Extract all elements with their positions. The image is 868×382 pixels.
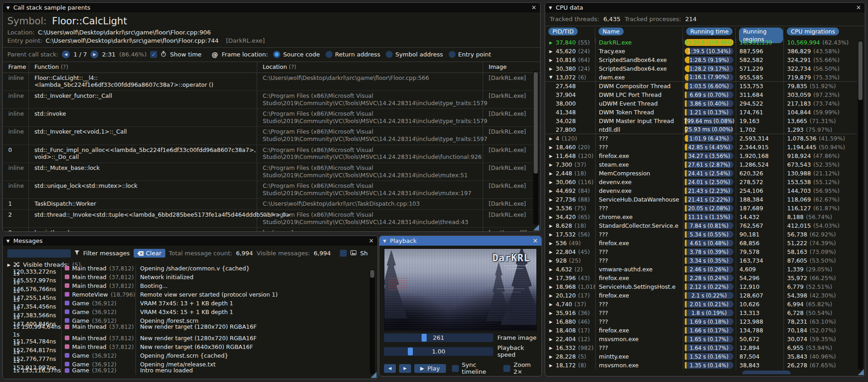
close-icon[interactable]: ✕	[856, 4, 861, 11]
filter-input[interactable]	[7, 249, 71, 258]
collapse-icon[interactable]: ▼	[6, 239, 10, 243]
resize-grip[interactable]	[858, 369, 864, 375]
sync-timeline-label[interactable]: Sync timeline	[462, 361, 496, 375]
callstack-scrollbar[interactable]	[533, 71, 538, 225]
callstack-table-row[interactable]: 3 beginthreadex [unknown] [ucrtbase.dll]	[3, 228, 540, 231]
cpu-table-row[interactable]: ▶ 20,120 (17) firefox.exe 2.1 s (0.22%) …	[546, 291, 857, 300]
expander-icon[interactable]: ▶	[549, 206, 553, 211]
expander-icon[interactable]: ▶	[549, 224, 553, 228]
expander-icon[interactable]: ▶	[549, 171, 553, 176]
cpu-table-row[interactable]: ▶ 4 (120) ??? 1:01.9 (6.43%) 2,593,314 1…	[546, 134, 857, 143]
message-row[interactable]: 1s 147,354,456ns Game (36,912) VRAM 37x4…	[7, 296, 366, 305]
expander-icon[interactable]: ▶	[549, 363, 553, 368]
expander-icon[interactable]: ▶	[549, 215, 553, 219]
expander-icon[interactable]: ▶	[549, 180, 553, 185]
column-cpu-migrations[interactable]: CPU migrations	[787, 28, 839, 35]
expander-icon[interactable]: ▶	[549, 67, 553, 71]
close-icon[interactable]: ✕	[369, 237, 374, 244]
cpu-table-row[interactable]: ▶ 35,916 (36) ??? 1.8 s (0.19%) 13,313 6…	[546, 309, 857, 317]
scrollbar-thumb[interactable]	[534, 72, 538, 174]
close-icon[interactable]: ✕	[531, 4, 536, 11]
collapse-icon[interactable]: ▼	[549, 6, 552, 10]
show-time-label[interactable]: Show time	[170, 51, 202, 58]
callstack-table-row[interactable]: inline std::invoke C:\Program Files (x86…	[3, 109, 540, 127]
sync-timeline-checkbox[interactable]	[452, 365, 459, 372]
cpu-table-row[interactable]: ▶ 16,332 (982) ??? 1.64 s (0.17%) 12,894…	[546, 343, 857, 352]
resize-grip[interactable]	[533, 225, 539, 230]
cpu-table-row[interactable]: ▶ 28,228 (5) mintty.exe 1.52 s (0.16%) 8…	[546, 352, 857, 361]
expander-icon[interactable]: ▶	[549, 293, 553, 298]
frame-image[interactable]: DarKRL	[384, 248, 537, 331]
cpu-table-row[interactable]: ▶ 37,840 (55) DarkRL.exe 33:30.8 (208.96…	[546, 38, 857, 47]
expander-icon[interactable]: ▶	[549, 285, 553, 289]
radio-symbol-address[interactable]: Symbol address	[386, 51, 443, 58]
expander-icon[interactable]: ▶	[549, 136, 553, 141]
frame-images-checkbox[interactable]	[340, 250, 347, 257]
resize-grip[interactable]	[371, 372, 377, 378]
entry-point-value[interactable]: C:\Users\wolf\Desktop\darkrl\src\game\fl…	[45, 37, 219, 44]
expander-icon[interactable]: ▶	[549, 302, 553, 307]
messages-scrollbar[interactable]	[370, 269, 375, 374]
cpu-table-row[interactable]: ▶ 22,404 (12) msvsmon.exe 1.65 s (0.17%)…	[546, 335, 857, 343]
expander-icon[interactable]: ▶	[549, 267, 553, 272]
callstack-table-row[interactable]: inline Floor::CalcLight::__l4::<lambda_5…	[3, 73, 540, 91]
expander-icon[interactable]: ▼	[549, 75, 553, 79]
step-forward-button[interactable]: ▶	[399, 364, 411, 373]
cpu-table-row[interactable]: ▶ 34,028 DWM Master Input Thread 799.64 …	[546, 117, 857, 125]
callstack-table-row[interactable]: 1 TaskDispatch::Worker C:\Users\wolf\Des…	[3, 199, 540, 210]
message-row[interactable]: 1s 152,764,817ns Main thread (37,812) Ne…	[7, 340, 366, 348]
expander-icon[interactable]: ▶	[549, 40, 553, 45]
callstack-table-row[interactable]: 0 std::_Func_impl_no_alloc<<lambda_5bc22…	[3, 145, 540, 163]
cpu-table-row[interactable]: ▶ 4,632 (2) vmware-authd.exe 2.46 s (0.2…	[546, 265, 857, 274]
collapse-icon[interactable]: ▼	[6, 6, 10, 10]
cpu-table-row[interactable]: ▶ 18,408 (17) firefox.exe 1.66 s (0.17%)…	[546, 326, 857, 335]
cpu-table-row[interactable]: ▶ 38,000 uDWM Event Thread 3.86 s (0.40%…	[546, 99, 857, 108]
prev-frame-button[interactable]: ◀	[62, 51, 70, 58]
message-row[interactable]: 1s 145,557,997ns Main thread (37,812) Ne…	[7, 270, 366, 279]
expander-icon[interactable]: ▶	[549, 163, 553, 167]
play-button[interactable]: ▶ Play	[414, 364, 446, 373]
expander-icon[interactable]: ▶	[549, 145, 553, 150]
frame-image-slider[interactable]: 261	[384, 333, 493, 342]
message-row[interactable]: 1s 153,116,37ns Game (36,912) Intro menu…	[7, 366, 366, 375]
message-row[interactable]: 1s 152,912,997ns Game (36,912) Opening /…	[7, 357, 366, 366]
callstack-table-row[interactable]: 2 std::thread::_Invoke<std::tuple<<lambd…	[3, 210, 540, 228]
expander-icon[interactable]: ▶	[549, 154, 553, 158]
column-image[interactable]: Image	[483, 62, 540, 73]
radio-return-address[interactable]: Return address	[326, 51, 380, 58]
message-row[interactable]: 1s 151,754,784ns Main thread (37,812) Ne…	[7, 331, 366, 340]
show-time-checkbox[interactable]: ✓	[150, 51, 157, 58]
cpu-table-row[interactable]: ▶ 18,172 (8) msvsmon.exe 1.35 s (0.14%) …	[546, 361, 857, 370]
scrollbar-thumb[interactable]	[370, 270, 374, 278]
column-function[interactable]: Function (?)	[29, 62, 257, 73]
cpu-table-row[interactable]: ▶ 7,300 (37) steam.exe 27.61 s (2.87%) 1…	[546, 160, 857, 169]
radio-entry-point[interactable]: Entry point	[449, 51, 491, 58]
cpu-table-row[interactable]: ▶ 45,620 (24) Tracy.exe 1:39.5 (10.34%) …	[546, 47, 857, 56]
message-row[interactable]: 1s 147,383,566ns Game (36,912) VRAM 43x4…	[7, 305, 366, 314]
location-value[interactable]: C:\Users\wolf\Desktop\darkrl\src\game\fl…	[38, 29, 211, 36]
zoom-2x-checkbox[interactable]	[503, 365, 510, 372]
column-running-time[interactable]: Running time	[686, 28, 733, 35]
expander-icon[interactable]: ▶	[549, 232, 553, 237]
cpu-table-row[interactable]: ▶ 11,648 (120) firefox.exe 34.27 s (3.56…	[546, 152, 857, 160]
cpu-table-row[interactable]: ▶ 22,804 (45) ??? 3.78 s (0.39%) 79,578 …	[546, 247, 857, 256]
close-icon[interactable]: ✕	[533, 237, 538, 244]
callstack-table-row[interactable]: inline std::_Invoker_functor::_Call C:\P…	[3, 91, 540, 109]
message-row[interactable]: 1s 120,333,272ns Main thread (37,812) Op…	[7, 265, 366, 270]
cpu-table-row[interactable]: ▶ 30,380 (24) ScriptedSandbox64.exe 1:28…	[546, 64, 857, 73]
cpu-table-row[interactable]: ▶ 16,880 (46) ??? 1.69 s (0.18%) 123,988…	[546, 317, 857, 326]
cpu-table-row[interactable]: ▶ 41,348 DWM Token Thread 1.21 s (0.13%)…	[546, 108, 857, 117]
expander-icon[interactable]: ▶	[549, 346, 553, 350]
zoom-2x-label[interactable]: Zoom 2×	[513, 361, 537, 375]
radio-source-code[interactable]: Source code	[273, 51, 320, 58]
expander-icon[interactable]: ▶	[549, 49, 553, 54]
cpu-table-row[interactable]: ▶ 27,800 ntdll.dll 25.93 ms (0.00%) 1,70…	[546, 125, 857, 134]
expander-icon[interactable]: ▶	[549, 58, 553, 62]
expander-icon[interactable]: ▶	[549, 258, 553, 263]
column-location[interactable]: Location (?)	[257, 62, 483, 73]
radio-icon[interactable]	[273, 51, 280, 58]
cpu-table-row[interactable]: ▶ 8,628 (18) StandardCollector.Service.e…	[546, 221, 857, 230]
cpu-table-row[interactable]: ▶ 17,396 (43) firefox.exe 2.28 s (0.24%)…	[546, 274, 857, 282]
cpu-table-row[interactable]: ▶ 34,420 (65) chrome.exe 11.11 s (1.15%)…	[546, 213, 857, 221]
cpu-table-row[interactable]: ▶ 18,460 (20) ??? 42.85 s (4.45%) 2,344,…	[546, 143, 857, 152]
